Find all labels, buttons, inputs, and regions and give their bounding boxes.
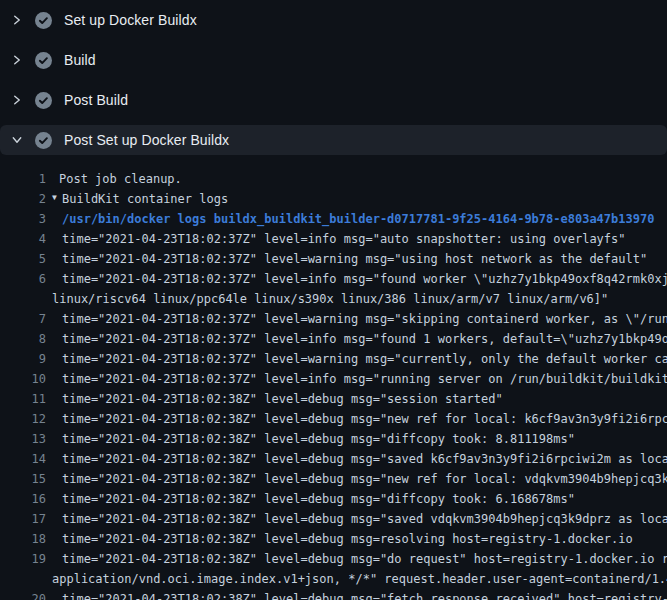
log-row: 6time="2021-04-23T18:02:37Z" level=info … <box>0 269 667 289</box>
step-header-post-build[interactable]: Post Build <box>0 80 667 120</box>
log-row: 4time="2021-04-23T18:02:37Z" level=info … <box>0 229 667 249</box>
log-text: time="2021-04-23T18:02:38Z" level=debug … <box>62 469 667 489</box>
log-row: 13time="2021-04-23T18:02:38Z" level=debu… <box>0 429 667 449</box>
line-number[interactable]: 12 <box>0 409 46 429</box>
line-number[interactable]: 6 <box>0 269 46 289</box>
log-text: time="2021-04-23T18:02:37Z" level=info m… <box>62 369 667 389</box>
line-number[interactable]: 18 <box>0 529 46 549</box>
chevron-right-icon[interactable] <box>10 53 24 67</box>
log-row: 10time="2021-04-23T18:02:37Z" level=info… <box>0 369 667 389</box>
log-group-collapse-icon[interactable]: ▼ <box>52 188 62 208</box>
log-text: linux/riscv64 linux/ppc64le linux/s390x … <box>52 289 608 309</box>
chevron-right-icon[interactable] <box>10 93 24 107</box>
step-header-post-setup-docker-buildx[interactable]: Post Set up Docker Buildx <box>0 120 667 160</box>
line-number[interactable]: 7 <box>0 309 46 329</box>
line-number <box>0 569 46 589</box>
step-header-setup-docker-buildx[interactable]: Set up Docker Buildx <box>0 0 667 40</box>
line-number[interactable]: 14 <box>0 449 46 469</box>
log-text: time="2021-04-23T18:02:38Z" level=debug … <box>62 449 667 469</box>
actions-log-panel: Set up Docker Buildx Build Post Build Po… <box>0 0 667 600</box>
line-number <box>0 289 46 309</box>
log-row: 2▼BuildKit container logs <box>0 189 667 209</box>
log-text: time="2021-04-23T18:02:37Z" level=warnin… <box>62 309 667 329</box>
step-label: Set up Docker Buildx <box>64 12 197 28</box>
log-text: time="2021-04-23T18:02:37Z" level=warnin… <box>62 249 647 269</box>
check-circle-icon <box>35 12 52 29</box>
log-text: time="2021-04-23T18:02:38Z" level=debug … <box>62 429 575 449</box>
log-row: 11time="2021-04-23T18:02:38Z" level=debu… <box>0 389 667 409</box>
line-number[interactable]: 10 <box>0 369 46 389</box>
step-label: Post Build <box>64 92 128 108</box>
log-text: time="2021-04-23T18:02:38Z" level=debug … <box>62 589 667 600</box>
log-text: time="2021-04-23T18:02:38Z" level=debug … <box>62 389 503 409</box>
log-row: 16time="2021-04-23T18:02:38Z" level=debu… <box>0 489 667 509</box>
log-row: 17time="2021-04-23T18:02:38Z" level=debu… <box>0 509 667 529</box>
line-number[interactable]: 19 <box>0 549 46 569</box>
log-row: 12time="2021-04-23T18:02:38Z" level=debu… <box>0 409 667 429</box>
log-row: 5time="2021-04-23T18:02:37Z" level=warni… <box>0 249 667 269</box>
log-row: 15time="2021-04-23T18:02:38Z" level=debu… <box>0 469 667 489</box>
check-circle-icon <box>35 52 52 69</box>
line-number[interactable]: 15 <box>0 469 46 489</box>
line-number[interactable]: 11 <box>0 389 46 409</box>
log-text: BuildKit container logs <box>62 189 228 209</box>
log-text: time="2021-04-23T18:02:38Z" level=debug … <box>62 529 633 549</box>
step-header-build[interactable]: Build <box>0 40 667 80</box>
check-circle-icon <box>35 92 52 109</box>
log-text: Post job cleanup. <box>59 169 182 189</box>
log-text: time="2021-04-23T18:02:38Z" level=debug … <box>62 409 667 429</box>
log-row: 9time="2021-04-23T18:02:37Z" level=warni… <box>0 349 667 369</box>
log-row: application/vnd.oci.image.index.v1+json,… <box>0 569 667 589</box>
line-number[interactable]: 5 <box>0 249 46 269</box>
log-text: time="2021-04-23T18:02:37Z" level=info m… <box>62 229 626 249</box>
check-circle-icon <box>35 132 52 149</box>
log-text: time="2021-04-23T18:02:38Z" level=debug … <box>62 489 575 509</box>
log-text: time="2021-04-23T18:02:37Z" level=info m… <box>62 329 667 349</box>
line-number[interactable]: 2 <box>0 189 46 209</box>
step-label: Build <box>64 52 96 68</box>
line-number[interactable]: 4 <box>0 229 46 249</box>
line-number[interactable]: 16 <box>0 489 46 509</box>
log-row: 19time="2021-04-23T18:02:38Z" level=debu… <box>0 549 667 569</box>
log-row: 3/usr/bin/docker logs buildx_buildkit_bu… <box>0 209 667 229</box>
step-label: Post Set up Docker Buildx <box>64 132 229 148</box>
log-text: time="2021-04-23T18:02:37Z" level=info m… <box>62 269 667 289</box>
log-row: 1Post job cleanup. <box>0 169 667 189</box>
log-command-text: /usr/bin/docker logs buildx_buildkit_bui… <box>62 209 654 229</box>
line-number[interactable]: 9 <box>0 349 46 369</box>
log-text: time="2021-04-23T18:02:38Z" level=debug … <box>62 509 667 529</box>
line-number[interactable]: 13 <box>0 429 46 449</box>
log-row: 18time="2021-04-23T18:02:38Z" level=debu… <box>0 529 667 549</box>
log-row: 7time="2021-04-23T18:02:37Z" level=warni… <box>0 309 667 329</box>
log-row: linux/riscv64 linux/ppc64le linux/s390x … <box>0 289 667 309</box>
line-number[interactable]: 1 <box>0 169 46 189</box>
log-text: time="2021-04-23T18:02:37Z" level=warnin… <box>62 349 667 369</box>
line-number[interactable]: 3 <box>0 209 46 229</box>
log-row: 20time="2021-04-23T18:02:38Z" level=debu… <box>0 589 667 600</box>
log-row: 14time="2021-04-23T18:02:38Z" level=debu… <box>0 449 667 469</box>
log-text: time="2021-04-23T18:02:38Z" level=debug … <box>62 549 667 569</box>
log-lines: 1Post job cleanup.2▼BuildKit container l… <box>0 160 667 600</box>
line-number[interactable]: 20 <box>0 589 46 600</box>
line-number[interactable]: 17 <box>0 509 46 529</box>
log-text: application/vnd.oci.image.index.v1+json,… <box>52 569 667 589</box>
line-number[interactable]: 8 <box>0 329 46 349</box>
log-row: 8time="2021-04-23T18:02:37Z" level=info … <box>0 329 667 349</box>
chevron-down-icon[interactable] <box>10 133 24 147</box>
chevron-right-icon[interactable] <box>10 13 24 27</box>
